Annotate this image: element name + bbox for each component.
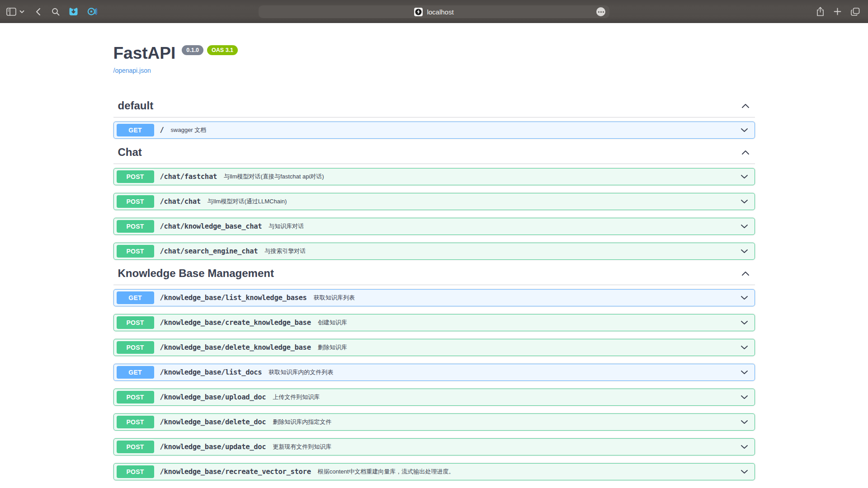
chevron-down-icon	[741, 370, 748, 375]
downloader-extension-icon	[69, 7, 78, 16]
chevron-down-icon	[741, 345, 748, 350]
endpoint-row[interactable]: POST/knowledge_base/recreate_vector_stor…	[113, 463, 755, 480]
chevron-down-icon	[741, 320, 748, 325]
method-badge: GET	[117, 366, 154, 379]
chevron-down-icon	[741, 224, 748, 229]
endpoint-row[interactable]: POST/chat/search_engine_chat与搜索引擎对话	[113, 243, 755, 260]
fastapi-bolt-icon	[415, 9, 422, 15]
endpoint-description: 与llm模型对话(直接与fastchat api对话)	[224, 173, 324, 181]
chevron-up-icon	[741, 271, 750, 276]
endpoint-path: /knowledge_base/list_docs	[160, 368, 262, 376]
section-title: Knowledge Base Management	[113, 267, 274, 279]
chevron-down-icon	[741, 420, 748, 424]
chevron-down-icon	[741, 296, 748, 300]
endpoint-path: /knowledge_base/recreate_vector_store	[160, 468, 311, 476]
method-badge: POST	[117, 441, 154, 453]
version-badge: 0.1.0	[182, 45, 203, 55]
chevron-down-icon	[741, 199, 748, 204]
radar-extension-icon	[87, 7, 97, 16]
endpoint-row[interactable]: POST/chat/fastchat与llm模型对话(直接与fastchat a…	[113, 168, 755, 185]
endpoint-path: /knowledge_base/create_knowledge_base	[160, 319, 311, 327]
api-section: Knowledge Base ManagementGET/knowledge_b…	[113, 267, 755, 480]
chevron-down-icon	[741, 445, 748, 449]
chevron-down-icon	[741, 469, 748, 474]
api-info: FastAPI 0.1.0 OAS 3.1 /openapi.json	[113, 23, 755, 75]
endpoint-description: 删除知识库	[318, 343, 347, 352]
method-badge: GET	[117, 291, 154, 304]
sidebar-menu-button[interactable]	[19, 10, 24, 14]
endpoint-description: 上传文件到知识库	[273, 393, 320, 401]
chevron-down-icon	[741, 395, 748, 399]
endpoint-path: /knowledge_base/list_knowledge_bases	[160, 294, 307, 302]
chevron-up-icon	[741, 103, 750, 108]
endpoint-path: /chat/fastchat	[160, 173, 217, 181]
api-section: ChatPOST/chat/fastchat与llm模型对话(直接与fastch…	[113, 146, 755, 260]
section-header[interactable]: Knowledge Base Management	[113, 267, 755, 285]
endpoint-row[interactable]: GET/knowledge_base/list_docs获取知识库内的文件列表	[113, 364, 755, 381]
method-badge: POST	[117, 195, 154, 208]
chevron-down-icon	[741, 174, 748, 179]
endpoint-path: /knowledge_base/update_doc	[160, 443, 266, 451]
address-more-button[interactable]	[596, 7, 605, 16]
method-badge: POST	[117, 245, 154, 258]
fastapi-favicon	[414, 8, 423, 16]
share-button[interactable]	[816, 7, 824, 16]
endpoint-row[interactable]: POST/knowledge_base/update_doc更新现有文件到知识库	[113, 438, 755, 455]
api-title-text: FastAPI	[113, 44, 176, 62]
search-button[interactable]	[52, 8, 60, 16]
method-badge: POST	[117, 316, 154, 329]
endpoint-row[interactable]: GET/swagger 文档	[113, 122, 755, 139]
radar-extension-button[interactable]	[87, 7, 97, 16]
tab-overview-icon	[851, 8, 860, 16]
endpoint-path: /knowledge_base/delete_knowledge_base	[160, 343, 311, 352]
back-icon	[35, 8, 41, 16]
method-badge: POST	[117, 416, 154, 428]
endpoint-row[interactable]: POST/chat/knowledge_base_chat与知识库对话	[113, 218, 755, 235]
swagger-page: FastAPI 0.1.0 OAS 3.1 /openapi.json defa…	[0, 23, 868, 488]
back-button[interactable]	[35, 8, 41, 16]
endpoint-row[interactable]: POST/knowledge_base/upload_doc上传文件到知识库	[113, 389, 755, 406]
section-header[interactable]: default	[113, 100, 755, 117]
method-badge: POST	[117, 391, 154, 404]
new-tab-button[interactable]	[834, 8, 841, 15]
endpoint-path: /	[160, 126, 164, 134]
search-icon	[52, 8, 60, 16]
chevron-down-icon	[741, 249, 748, 253]
oas-badge: OAS 3.1	[207, 45, 238, 55]
endpoint-description: 更新现有文件到知识库	[273, 443, 331, 451]
endpoint-description: 删除知识库内指定文件	[273, 418, 331, 426]
section-title: default	[113, 100, 154, 112]
endpoint-row[interactable]: POST/knowledge_base/create_knowledge_bas…	[113, 314, 755, 331]
method-badge: POST	[117, 465, 154, 478]
openapi-spec-link[interactable]: /openapi.json	[113, 67, 151, 74]
downloader-extension-button[interactable]	[69, 7, 78, 16]
sidebar-icon	[6, 8, 16, 16]
new-tab-icon	[834, 8, 841, 15]
tab-overview-button[interactable]	[851, 8, 860, 16]
endpoint-row[interactable]: POST/knowledge_base/delete_knowledge_bas…	[113, 339, 755, 356]
endpoint-path: /chat/search_engine_chat	[160, 247, 258, 255]
endpoint-row[interactable]: GET/knowledge_base/list_knowledge_bases获…	[113, 289, 755, 306]
method-badge: POST	[117, 220, 154, 233]
endpoint-description: 获取知识库内的文件列表	[269, 368, 333, 376]
chevron-up-icon	[741, 150, 750, 155]
sidebar-toggle-button[interactable]	[6, 8, 16, 16]
method-badge: POST	[117, 341, 154, 354]
endpoint-description: 与llm模型对话(通过LLMChain)	[208, 197, 287, 206]
endpoint-row[interactable]: POST/chat/chat与llm模型对话(通过LLMChain)	[113, 193, 755, 210]
browser-toolbar: localhost	[0, 0, 868, 23]
address-bar[interactable]: localhost	[259, 5, 609, 18]
endpoint-description: 创建知识库	[318, 319, 347, 327]
chevron-down-icon	[741, 128, 748, 132]
endpoint-description: 与知识库对话	[269, 222, 304, 230]
url-text: localhost	[427, 9, 453, 15]
endpoint-description: 获取知识库列表	[314, 294, 355, 302]
section-header[interactable]: Chat	[113, 146, 755, 164]
endpoint-description: 与搜索引擎对话	[264, 247, 306, 255]
endpoint-description: swagger 文档	[171, 126, 207, 134]
endpoint-row[interactable]: POST/knowledge_base/delete_doc删除知识库内指定文件	[113, 413, 755, 431]
page-title: FastAPI 0.1.0 OAS 3.1	[113, 44, 755, 62]
ellipsis-icon	[598, 11, 604, 13]
endpoint-path: /chat/chat	[160, 197, 201, 206]
endpoint-description: 根据content中文档重建向量库，流式输出处理进度。	[318, 468, 455, 476]
